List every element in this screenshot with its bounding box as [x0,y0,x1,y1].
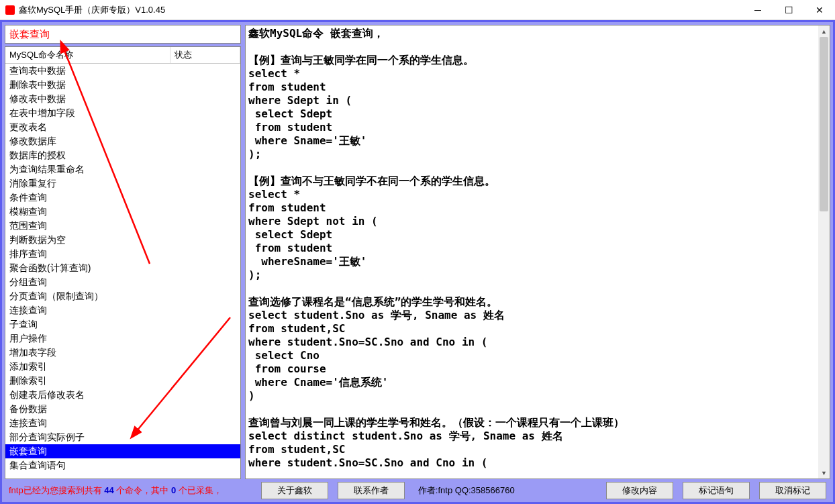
list-item[interactable]: 增加表字段 [5,346,240,360]
maximize-button[interactable]: ☐ [773,0,804,20]
status-mid: 个命令，其中 [114,485,171,495]
scroll-up-icon[interactable]: ▲ [818,26,830,37]
close-button[interactable]: ✕ [804,0,835,20]
list-item[interactable]: 分页查询（限制查询） [5,289,240,303]
contact-button[interactable]: 联系作者 [338,482,405,499]
list-item[interactable]: 删除表中数据 [5,78,240,92]
list-item[interactable]: 判断数据为空 [5,233,240,247]
list-item[interactable]: 添加索引 [5,360,240,374]
content-row: MySQL命令名称 状态 查询表中数据删除表中数据修改表中数据在表中增加字段更改… [2,22,833,479]
status-suffix: 个已采集， [176,485,222,495]
list-item[interactable]: 范围查询 [5,219,240,233]
list-item[interactable]: 数据库的授权 [5,148,240,162]
list-item[interactable]: 更改表名 [5,120,240,134]
list-item[interactable]: 分组查询 [5,275,240,289]
list-item[interactable]: 用户操作 [5,332,240,346]
titlebar: 鑫软MySQL手册（庆师专版）V1.0.45 ─ ☐ ✕ [0,0,835,20]
list-item[interactable]: 在表中增加字段 [5,106,240,120]
list-item[interactable]: 子查询 [5,317,240,332]
list-item[interactable]: 消除重复行 [5,177,240,191]
list-item[interactable]: 集合查询语句 [5,458,240,472]
list-header-name[interactable]: MySQL命令名称 [5,47,170,63]
search-input[interactable] [9,27,236,42]
window-title: 鑫软MySQL手册（庆师专版）V1.0.45 [19,4,742,16]
list-item[interactable]: 创建表后修改表名 [5,388,240,402]
right-column: 鑫软MySQL命令 嵌套查询， 【例】查询与王敏同学在同一个系的学生信息。 se… [245,25,830,479]
status-count: 44 [104,485,113,495]
command-list-panel: MySQL命令名称 状态 查询表中数据删除表中数据修改表中数据在表中增加字段更改… [5,46,241,479]
about-button[interactable]: 关于鑫软 [261,482,328,499]
list-item[interactable]: 嵌套查询 [5,444,240,458]
list-item[interactable]: 修改数据库 [5,134,240,148]
list-item[interactable]: 修改表中数据 [5,92,240,106]
search-box [5,25,241,44]
list-item[interactable]: 备份数据 [5,402,240,416]
main-frame: MySQL命令名称 状态 查询表中数据删除表中数据修改表中数据在表中增加字段更改… [0,20,835,504]
app-icon [5,5,15,15]
list-item[interactable]: 连接查询 [5,303,240,317]
list-item[interactable]: 聚合函数(计算查询) [5,261,240,275]
bottom-bar: fntp已经为您搜索到共有 44 个命令，其中 0 个已采集， 关于鑫软 联系作… [2,479,833,502]
list-item[interactable]: 删除索引 [5,374,240,388]
status-prefix: fntp已经为您搜索到共有 [9,485,104,495]
mark-button[interactable]: 标记语句 [683,482,750,499]
unmark-button[interactable]: 取消标记 [759,482,826,499]
list-item[interactable]: 连接查询 [5,416,240,430]
author-text: 作者:fntp QQ:358566760 [414,485,519,497]
list-item[interactable]: 查询表中数据 [5,64,240,78]
list-header: MySQL命令名称 状态 [5,47,240,64]
list-item[interactable]: 为查询结果重命名 [5,162,240,177]
scroll-thumb[interactable] [820,37,828,211]
content-area[interactable]: 鑫软MySQL命令 嵌套查询， 【例】查询与王敏同学在同一个系的学生信息。 se… [246,26,818,478]
minimize-button[interactable]: ─ [742,0,773,20]
content-scrollbar[interactable]: ▲ ▼ [818,26,830,478]
left-column: MySQL命令名称 状态 查询表中数据删除表中数据修改表中数据在表中增加字段更改… [5,25,241,479]
list-body[interactable]: 查询表中数据删除表中数据修改表中数据在表中增加字段更改表名修改数据库数据库的授权… [5,64,240,478]
status-text: fntp已经为您搜索到共有 44 个命令，其中 0 个已采集， [9,485,222,497]
list-item[interactable]: 模糊查询 [5,205,240,219]
list-item[interactable]: 条件查询 [5,191,240,205]
list-item[interactable]: 部分查询实际例子 [5,430,240,444]
list-item[interactable]: 排序查询 [5,247,240,261]
edit-button[interactable]: 修改内容 [606,482,673,499]
scroll-down-icon[interactable]: ▼ [818,467,830,478]
list-header-status[interactable]: 状态 [170,47,240,63]
